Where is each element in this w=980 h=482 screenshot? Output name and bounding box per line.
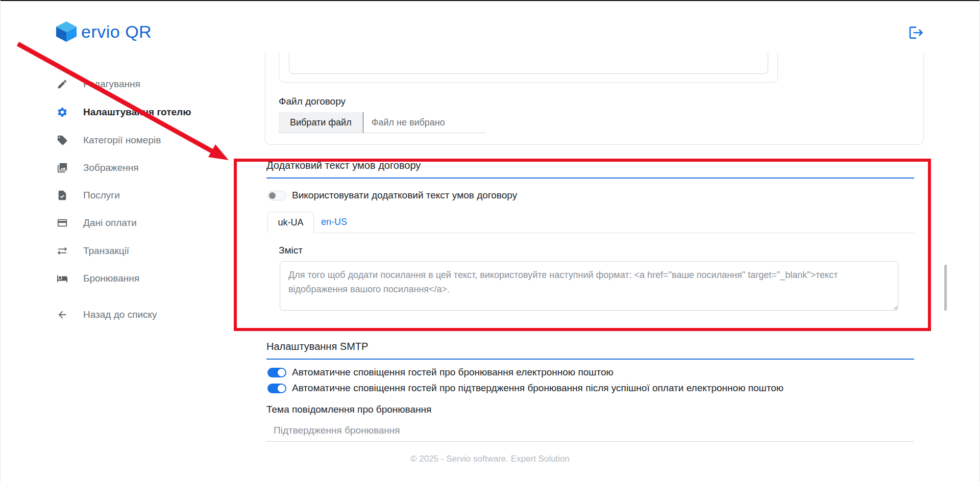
toggle-knob bbox=[269, 192, 276, 199]
sidebar-item-room-categories[interactable]: Категорії номерів bbox=[57, 133, 161, 147]
document-check-icon bbox=[57, 190, 68, 201]
sidebar-item-hotel-settings[interactable]: Налаштування готелю bbox=[57, 105, 191, 119]
smtp-toggle-row-1: Автоматичне сповіщення гостей про бронюв… bbox=[267, 367, 614, 378]
arrow-left-icon bbox=[57, 309, 68, 320]
footer-copyright: © 2025 - Servio software. Expert Solutio… bbox=[1, 454, 979, 464]
file-status-text: Файл не вибрано bbox=[363, 112, 454, 133]
tab-label: uk-UA bbox=[278, 217, 303, 228]
smtp-section-title: Налаштування SMTP bbox=[266, 341, 914, 360]
sidebar-item-label: Дані оплати bbox=[83, 216, 137, 230]
sidebar-back-to-list[interactable]: Назад до списку bbox=[57, 308, 157, 322]
sidebar-item-label: Послуги bbox=[83, 188, 120, 202]
contract-file-label: Файл договору bbox=[279, 96, 346, 107]
cropped-text-field[interactable] bbox=[289, 53, 768, 74]
toggle-label: Автоматичне сповіщення гостей про бронюв… bbox=[292, 367, 614, 378]
sidebar-item-label: Зображення bbox=[83, 161, 139, 175]
tab-label: en-US bbox=[321, 217, 347, 227]
sidebar-item-label: Назад до списку bbox=[83, 308, 157, 322]
smtp-toggle-row-2: Автоматичне сповіщення гостей про підтве… bbox=[267, 383, 783, 394]
use-additional-text-toggle-row: Використовувати додатковий текст умов до… bbox=[267, 190, 517, 201]
tag-icon bbox=[57, 135, 68, 146]
content-textarea[interactable] bbox=[280, 261, 898, 311]
logout-button[interactable] bbox=[907, 23, 925, 42]
sidebar-item-label: Транзакції bbox=[83, 244, 129, 258]
toggle-knob bbox=[278, 385, 285, 392]
toggle-label: Використовувати додатковий текст умов до… bbox=[292, 190, 517, 201]
sidebar-item-label: Категорії номерів bbox=[83, 133, 161, 147]
sidebar-item-services[interactable]: Послуги bbox=[57, 188, 120, 202]
window-top-border bbox=[1, 0, 979, 1]
booking-email-toggle[interactable] bbox=[267, 368, 286, 377]
sidebar-item-label: Налаштування готелю bbox=[83, 105, 191, 119]
additional-text-section-title: Додатковий текст умов договору bbox=[266, 160, 914, 179]
content-label: Зміст bbox=[279, 245, 303, 256]
images-icon bbox=[57, 162, 68, 173]
app-window: ervio QR Редагування Налаштування готелю… bbox=[0, 0, 980, 482]
sidebar-item-label: Редагування bbox=[83, 77, 140, 91]
servio-logo-icon bbox=[55, 20, 78, 43]
sidebar-item-label: Бронювання bbox=[83, 271, 139, 286]
brand-logo[interactable]: ervio QR bbox=[55, 20, 152, 43]
tab-en-us[interactable]: en-US bbox=[321, 212, 347, 233]
booking-subject-input[interactable] bbox=[266, 419, 914, 442]
choose-file-button[interactable]: Вибрати файл bbox=[279, 112, 363, 133]
sidebar-item-editing[interactable]: Редагування bbox=[57, 77, 140, 91]
credit-card-icon bbox=[57, 217, 68, 229]
toggle-knob bbox=[278, 369, 285, 376]
sidebar-item-payment-data[interactable]: Дані оплати bbox=[57, 216, 137, 230]
toggle-label: Автоматичне сповіщення гостей про підтве… bbox=[292, 383, 783, 394]
transactions-icon bbox=[57, 245, 68, 257]
sidebar-item-transactions[interactable]: Транзакції bbox=[57, 244, 129, 258]
confirmation-email-toggle[interactable] bbox=[267, 384, 286, 393]
bed-icon bbox=[57, 273, 68, 284]
brand-wordmark: ervio QR bbox=[81, 22, 152, 42]
use-additional-text-toggle[interactable] bbox=[267, 191, 286, 200]
gear-icon bbox=[57, 107, 68, 118]
tabs-bottom-border bbox=[267, 212, 914, 233]
pencil-icon bbox=[57, 79, 68, 90]
scrollbar-thumb[interactable] bbox=[944, 265, 947, 311]
sidebar-item-bookings[interactable]: Бронювання bbox=[57, 271, 139, 286]
contract-file-input[interactable]: Вибрати файл Файл не вибрано bbox=[279, 112, 485, 133]
logout-icon bbox=[908, 24, 924, 41]
tab-uk-ua[interactable]: uk-UA bbox=[267, 212, 314, 233]
subject-label: Тема повідомлення про бронювання bbox=[266, 404, 431, 415]
sidebar-item-images[interactable]: Зображення bbox=[57, 161, 139, 175]
